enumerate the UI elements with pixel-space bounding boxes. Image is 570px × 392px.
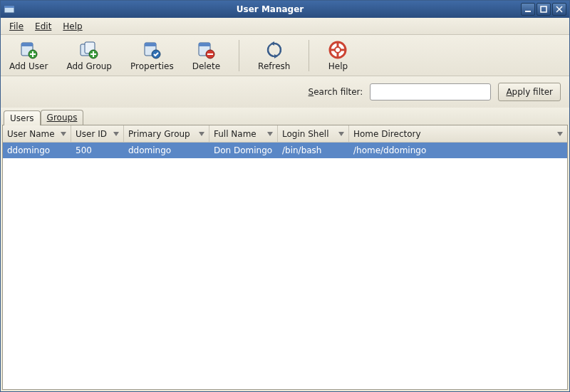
cell-full-name: Don Domingo [209,145,278,155]
svg-marker-34 [267,132,273,136]
menu-edit[interactable]: Edit [31,20,56,33]
table-body[interactable]: ddomingo 500 ddomingo Don Domingo /bin/b… [3,143,567,389]
tab-users[interactable]: Users [4,110,41,125]
svg-rect-20 [199,43,210,46]
search-label: Search filter: [309,87,363,97]
svg-marker-35 [338,132,344,136]
chevron-down-icon [113,132,119,136]
help-button[interactable]: Help [325,38,351,73]
chevron-down-icon [557,132,563,136]
cell-primary-group: ddomingo [124,145,209,155]
col-full-name[interactable]: Full Name [209,125,278,142]
svg-marker-32 [113,132,119,136]
cell-user-id: 500 [71,145,124,155]
help-icon [328,40,348,60]
tabstrip: Users Groups [1,108,569,125]
minimize-button[interactable] [521,3,535,16]
properties-label: Properties [130,61,174,71]
properties-button[interactable]: Properties [128,38,177,73]
menu-file[interactable]: File [5,20,28,33]
svg-marker-33 [199,132,204,136]
tab-groups[interactable]: Groups [41,110,84,125]
toolbar-separator-2 [309,40,309,71]
cell-user-name: ddomingo [3,145,71,155]
toolbar-separator [239,40,239,71]
svg-marker-31 [61,132,66,136]
app-icon [4,4,15,15]
menu-help[interactable]: Help [58,20,86,33]
menubar: File Edit Help [1,18,569,35]
chevron-down-icon [267,132,273,136]
maximize-button[interactable] [537,3,551,16]
close-button[interactable] [552,3,566,16]
chevron-down-icon [61,132,66,136]
delete-button[interactable]: Delete [190,38,223,73]
col-user-name[interactable]: User Name [3,125,71,142]
col-home-directory[interactable]: Home Directory [349,125,567,142]
add-group-icon [79,40,99,60]
titlebar[interactable]: User Manager [1,1,569,18]
add-user-icon [19,40,38,60]
svg-rect-1 [4,6,14,8]
svg-rect-7 [21,43,33,46]
table-header: User Name User ID Primary Group Full Nam… [3,125,567,143]
col-user-id[interactable]: User ID [71,125,124,142]
table: User Name User ID Primary Group Full Nam… [2,125,568,390]
chevron-down-icon [199,132,204,136]
svg-rect-17 [145,43,156,46]
window: User Manager File Edit Help Add User Add… [0,0,570,392]
chevron-down-icon [338,132,344,136]
search-input[interactable] [370,83,491,100]
col-primary-group[interactable]: Primary Group [124,125,209,142]
svg-rect-2 [525,11,531,12]
svg-rect-3 [541,6,546,12]
refresh-button[interactable]: Refresh [255,38,293,73]
help-label: Help [328,61,348,71]
apply-filter-button[interactable]: Apply filter [498,83,561,101]
refresh-label: Refresh [258,61,290,71]
properties-icon [142,40,162,60]
add-group-label: Add Group [66,61,112,71]
svg-point-26 [335,47,341,53]
search-row: Search filter: Apply filter [1,76,569,108]
cell-login-shell: /bin/bash [278,145,349,155]
svg-marker-36 [557,132,563,136]
window-title: User Manager [19,4,521,14]
window-buttons [521,3,566,16]
col-login-shell[interactable]: Login Shell [278,125,349,142]
add-user-label: Add User [9,61,48,71]
add-user-button[interactable]: Add User [6,38,51,73]
delete-label: Delete [192,61,220,71]
table-row[interactable]: ddomingo 500 ddomingo Don Domingo /bin/b… [3,143,567,158]
cell-home-directory: /home/ddomingo [349,145,567,155]
add-group-button[interactable]: Add Group [63,38,115,73]
toolbar: Add User Add Group Properties Delete Re [1,35,569,76]
delete-icon [196,40,216,60]
refresh-icon [264,40,284,60]
